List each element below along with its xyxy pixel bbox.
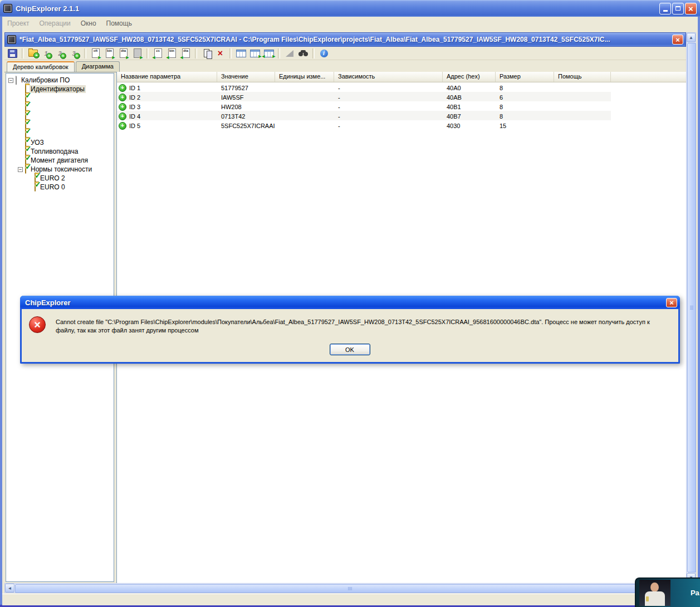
close-icon: × [675,36,680,43]
tree-item-folder-4[interactable]: ✓ [6,120,114,129]
export-bin-button[interactable]: bin► [102,47,116,60]
cell-size: 6 [496,92,554,101]
maximize-button[interactable] [672,3,684,14]
dialog-titlebar[interactable]: ChipExplorer × [20,296,680,309]
add-map-1-button[interactable]: 1+ [40,47,54,60]
table-export-button[interactable]: ► [248,47,262,60]
minimize-button[interactable] [659,3,671,14]
tree-item-folder-3[interactable]: ✓ [6,111,114,120]
tree-item-folder-5[interactable]: ✓ [6,129,114,138]
arrow-left-icon: ◄ [165,56,170,60]
menu-item-pomosch[interactable]: Помощь [101,19,137,27]
cell-help [554,120,611,130]
horizontal-scroll-thumb[interactable] [15,584,686,593]
chart-button[interactable] [282,47,296,60]
column-header-units[interactable]: Единицы изме... [275,72,334,82]
cell-help [554,101,611,111]
tree-collapse-icon[interactable]: − [18,167,23,172]
import-cs-button[interactable]: cs◄ [151,47,165,60]
add-map-3-button[interactable]: 3+ [68,47,82,60]
info-button[interactable]: i [317,47,331,60]
webcam-toast-overlay[interactable]: Ра [635,577,700,607]
toolbar-separator [229,48,232,58]
column-header-dependency[interactable]: Зависимость [334,72,443,82]
dialog-close-button[interactable]: × [666,298,677,307]
window-titlebar[interactable]: ChipExplorer 2.1.1 × [0,0,700,17]
find-button[interactable] [296,47,310,60]
error-icon: × [29,316,46,333]
export-dta-button[interactable]: dta► [116,47,130,60]
menu-item-okno[interactable]: Окно [76,19,101,27]
tab-calibration-tree[interactable]: Дерево калибровок [7,61,75,72]
parameter-name: ID 2 [129,94,140,101]
tree-collapse-icon[interactable]: − [8,78,13,83]
scroll-left-button[interactable]: ◄ [5,584,14,593]
tree-item-euro-0[interactable]: ✓EURO 0 [6,183,114,192]
error-dialog: ChipExplorer × × Cannot create file "C:\… [20,296,680,364]
number-icon: 3+ [72,50,77,57]
delete-button[interactable]: × [213,47,227,60]
cell-dependency: - [334,101,443,111]
column-header-help[interactable]: Помощь [554,72,611,82]
cell-help [554,82,611,92]
table-row-id-3[interactable]: +ID 3HW208-40B18 [117,101,611,111]
vertical-scroll-thumb[interactable] [687,43,696,572]
menu-item-operacii[interactable]: Операции [35,19,76,27]
cell-name: +ID 3 [117,101,217,111]
document-window-title: *Fiat_Albea_51779527_IAW5SF_HW208_0713T4… [19,36,672,43]
scroll-up-button[interactable]: ▲ [687,33,696,42]
table-row-id-2[interactable]: +ID 2IAW5SF-40AB6 [117,92,611,101]
export-ofi-button[interactable]: ofi► [89,47,102,60]
tree-item-label: EURO 2 [39,174,66,182]
tree-item-uoz[interactable]: ✓УОЗ [6,138,114,147]
column-header-name[interactable]: Название параметра [117,72,217,82]
horizontal-scrollbar[interactable]: ◄ ► [4,583,696,593]
plus-badge-icon: + [46,53,52,59]
tree-item-normy-toksichnosti[interactable]: −✓Нормы токсичности [6,165,114,174]
ok-button[interactable]: OK [330,344,370,355]
add-map-2-button[interactable]: 2+ [54,47,68,60]
column-header-value[interactable]: Значение [217,72,275,82]
import-bin-button[interactable]: bin◄ [165,47,179,60]
tree-item-euro-2[interactable]: ✓EURO 2 [6,174,114,183]
table-sync-button[interactable]: ◄► [262,47,276,60]
left-arrow-icon: ◄ [8,586,12,591]
save-icon [8,49,17,58]
document-close-button[interactable]: × [672,35,683,45]
arrow-left-icon: ◄ [151,56,156,60]
table-row-id-4[interactable]: +ID 40713T42-40B78 [117,111,611,120]
tree-item-moment-dvigatelya[interactable]: ✓Момент двигателя [6,156,114,165]
cell-units [275,82,334,92]
cell-size: 15 [496,120,554,130]
table-view-button[interactable] [234,47,248,60]
tree-item-folder-1[interactable]: ✓ [6,94,114,102]
webcam-photo [639,580,670,606]
table-row-id-1[interactable]: +ID 151779527-40A08 [117,82,611,92]
column-header-address[interactable]: Адрес (hex) [443,72,496,82]
table-row-id-5[interactable]: +ID 55SFC525X7ICRAAI-403015 [117,120,611,130]
export-device-button[interactable]: ► [130,47,144,60]
tab-diagram[interactable]: Диаграмма [76,61,120,72]
menu-item-proekt[interactable]: Проект [2,19,35,27]
tree-item-folder-2[interactable]: ✓ [6,102,114,111]
tree-item-toplivopodacha[interactable]: ✓Топливоподача [6,147,114,156]
close-button[interactable]: × [685,3,697,14]
cell-value: HW208 [217,101,275,111]
document-window-titlebar[interactable]: *Fiat_Albea_51779527_IAW5SF_HW208_0713T4… [4,32,686,47]
tree-item-kalibrovki-po[interactable]: −Калибровки ПО [6,76,114,85]
add-folder-button[interactable]: + [26,47,40,60]
document-icon: bin► [106,48,114,58]
save-button[interactable] [6,47,19,60]
column-header-size[interactable]: Размер [496,72,554,82]
import-dta-button[interactable]: dta◄ [179,47,193,60]
toolbar-separator [195,48,197,58]
tree-item-identifikatory[interactable]: Идентификаторы [6,85,114,94]
vertical-scrollbar[interactable]: ▲ ▼ [686,32,696,583]
compare-button[interactable] [199,47,213,60]
arrow-right-icon: ► [125,56,130,60]
parameter-name: ID 1 [129,85,140,91]
plus-badge-icon: + [74,53,80,59]
arrow-left-icon: ◄ [179,56,184,60]
maximize-icon [675,6,681,11]
tree-item-label: Идентификаторы [30,85,86,93]
